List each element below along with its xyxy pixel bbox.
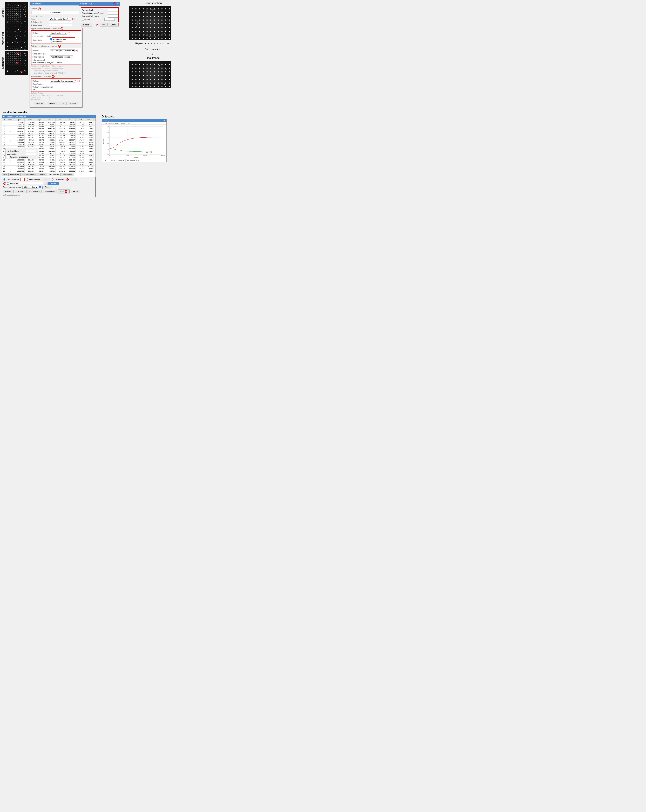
drift-tab-data[interactable]: Data » xyxy=(108,159,117,162)
subpixel-method-select[interactable]: PSF: Integrated Gaussian xyxy=(50,49,75,52)
camera-setup-close-btn[interactable]: × xyxy=(117,3,119,5)
photoelectrons-input[interactable]: 3.6 xyxy=(108,12,118,15)
tab-drift-correction[interactable]: Drift correction xyxy=(47,173,61,176)
filter-select[interactable]: Wavelet filter (B-Spline) xyxy=(49,18,71,20)
table-row[interactable]: 11533.7433244.30441.6012261.204534.32874… xyxy=(2,121,95,124)
table-row[interactable]: 2312596.7855012.53561.93410573..1309.002… xyxy=(2,170,95,172)
svg-point-54 xyxy=(143,34,143,34)
table-row[interactable]: 1011649.2742815.25872.11411516..1038.471… xyxy=(2,141,95,143)
multi-fitting-checkbox[interactable] xyxy=(54,62,56,64)
table-row[interactable]: 511340.4772729.32977.57232416.72822.9711… xyxy=(2,130,95,132)
drift-titlebar: Drift (G) × xyxy=(102,119,167,122)
svg-point-55 xyxy=(138,29,138,30)
table-row[interactable]: 1211831.4625159.65976.04222629..950.2590… xyxy=(2,146,95,148)
table-row[interactable]: 2112421.6632367.87674.4347385.5321298.08… xyxy=(2,166,95,168)
tab-remove-duplicates[interactable]: Remove duplicates xyxy=(21,173,38,176)
update-freq-input[interactable]: 50 xyxy=(54,86,77,88)
table-row[interactable]: 211248.3034393.96585.76414115..769.45398… xyxy=(2,124,95,126)
run-analysis-ok-btn[interactable]: Ok xyxy=(59,102,66,105)
base-level-input[interactable]: 414.0 xyxy=(108,15,118,18)
magnification-input[interactable]: 5.0 xyxy=(50,83,73,85)
drift-tab-increase-range[interactable]: Increase Range xyxy=(126,159,141,162)
connectivity-4-option[interactable]: 4-neighbourhood xyxy=(50,40,66,43)
fitting-radius-input[interactable]: 3 xyxy=(50,53,73,55)
fitting-method-select[interactable]: Weighted Least squares xyxy=(50,55,73,58)
tab-z-stage-offset[interactable]: Z-stage offset xyxy=(61,173,74,176)
pixel-size-input[interactable]: 43.0 xyxy=(108,9,118,11)
run-analysis-preview-btn[interactable]: Preview xyxy=(47,102,58,105)
limit-intensity-value: 500:2500 xyxy=(58,72,66,74)
table-row[interactable]: 1912386.4955479.78463.24710271..974.1521… xyxy=(2,161,95,163)
export-btn[interactable]: Export xyxy=(70,190,80,193)
defaults-btn[interactable]: Defaults xyxy=(15,190,26,193)
final-image-label: Final image xyxy=(145,56,160,60)
table-row[interactable]: 311280.2935122.10695.6612213?..927.12113… xyxy=(2,126,95,128)
bins-mag-input[interactable]: 5.0 xyxy=(26,153,36,156)
cross-correlation-expand-btn[interactable]: >> xyxy=(20,178,25,181)
tab-filter[interactable]: Filter xyxy=(2,173,9,176)
results-close-btn[interactable]: × xyxy=(93,116,95,118)
em-gain-input[interactable]: 100.0 xyxy=(104,18,115,21)
initial-sigma-input[interactable]: 1.6 xyxy=(50,59,73,61)
browse-btn[interactable]: ... xyxy=(44,182,47,185)
camera-help-btn[interactable]: ? xyxy=(96,24,98,26)
tab-merging[interactable]: Merging xyxy=(38,173,47,176)
bins-popup: Number of bins: 5 Magnification: 5.0 Sho… xyxy=(5,148,38,159)
camera-ok-btn[interactable]: OK xyxy=(100,23,107,26)
table-row[interactable]: 611311.233926.221148.82146200..492.89992… xyxy=(2,132,95,134)
drift-help-btn[interactable]: ? xyxy=(71,178,77,181)
post-processing-select[interactable]: Drift correction xyxy=(22,186,38,189)
camera-cancel-btn[interactable]: Cancel xyxy=(108,23,119,26)
table-row[interactable]: 2212458.512860.79967.23623276..1069.5391… xyxy=(2,168,95,170)
show-cross-checkbox[interactable] xyxy=(7,156,9,158)
results-table-container[interactable]: id frame x [nm] y [nm] sigm... int... of… xyxy=(2,118,95,173)
localization-label: Localization xyxy=(2,57,4,69)
fiducial-expand-btn[interactable]: >> xyxy=(43,178,50,181)
camera-setup-button[interactable]: Camera setup xyxy=(31,11,81,14)
camera-defaults-btn[interactable]: Defaults xyxy=(81,23,92,26)
save-to-file-checkbox[interactable] xyxy=(7,182,9,185)
table-row[interactable]: 1111746.7044765.946108.99430085..948.557… xyxy=(2,143,95,146)
drift-tab-more[interactable]: More » xyxy=(117,159,126,162)
run-analysis-defaults-btn[interactable]: Defaults xyxy=(34,102,45,105)
table-row[interactable]: 411300.8465316.33879.62956439.331051.975… xyxy=(2,128,95,130)
filter-help-btn[interactable]: ? xyxy=(72,18,75,20)
apply-btn[interactable]: Apply xyxy=(48,182,59,185)
table-row[interactable]: 911458.1174728.2893.87133056..1031.59411… xyxy=(2,139,95,141)
drift-close-btn[interactable]: × xyxy=(164,119,165,122)
save-to-file-input[interactable] xyxy=(19,182,43,185)
status-bar: Drift correction applied. xyxy=(3,194,94,196)
drift-tab-list[interactable]: List xyxy=(102,159,108,162)
viz-method-select[interactable]: Averaged shifted histograms xyxy=(50,79,77,82)
col-bkg: bkg... xyxy=(66,119,75,121)
reset-btn[interactable]: Reset xyxy=(42,186,52,189)
approx-help-btn[interactable]: ? xyxy=(68,32,70,34)
fiducial-markers-option[interactable]: Fiducial markers xyxy=(26,179,41,181)
run-analysis-cancel-btn[interactable]: Cancel xyxy=(68,102,78,105)
load-from-file-option[interactable]: Load from file xyxy=(51,179,64,181)
table-row[interactable]: 811474.5292247.71561.4515886.034699.4368… xyxy=(2,137,95,139)
results-minimize-btn[interactable]: — xyxy=(87,116,90,118)
results-maximize-btn[interactable]: □ xyxy=(90,116,92,118)
subpixel-help-btn[interactable]: ? xyxy=(75,50,78,52)
table-row[interactable]: 2012456.3641163.13581.04835485..703.4681… xyxy=(2,163,95,166)
cross-correlation-option[interactable]: Cross correlation xyxy=(3,179,19,181)
3d-checkbox[interactable] xyxy=(36,89,38,91)
connectivity-8-option[interactable]: 8-neighbourhood xyxy=(50,38,66,40)
em-gain-checkbox[interactable] xyxy=(82,18,84,20)
viz-help-btn[interactable]: ? xyxy=(77,80,80,82)
table-row[interactable]: 711386.0621658.77250.3424942.047654.0569… xyxy=(2,134,95,137)
col-scroll xyxy=(93,119,95,121)
plot-histogram-btn[interactable]: Plot histogram xyxy=(26,190,42,193)
preview-btn[interactable]: Preview xyxy=(3,190,14,193)
import-btn[interactable]: Impor10 xyxy=(58,189,70,194)
bottom-btns-row: Preview Defaults Plot histogram Visualiz… xyxy=(3,189,94,194)
approx-method-select[interactable]: Local maximum xyxy=(50,32,67,35)
bspline-order-input[interactable]: 3 xyxy=(49,21,72,23)
visualization-btn[interactable]: Visualization xyxy=(43,190,57,193)
tab-density-filter[interactable]: Density filter xyxy=(9,173,21,176)
drift-correction-checkbox[interactable] xyxy=(39,186,41,188)
bspline-scale-input[interactable]: 2.0 xyxy=(49,24,72,26)
peak-thresh-input[interactable]: std(Wave.P1) xyxy=(52,35,75,38)
bins-num-input[interactable]: 5 xyxy=(26,150,36,152)
